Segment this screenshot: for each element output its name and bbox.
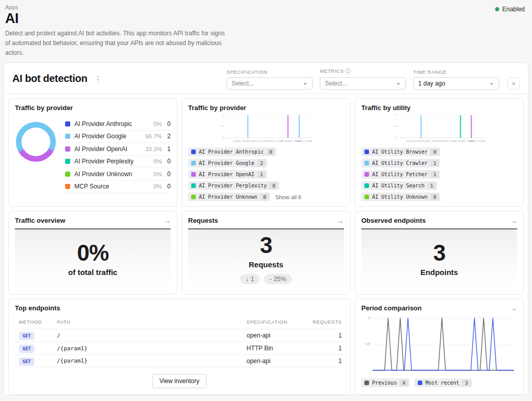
svg-text:0: 0 — [396, 136, 397, 139]
svg-text:0.5: 0.5 — [365, 342, 370, 346]
table-header: METHOD PATH SPECIFICATION REQUESTS — [15, 319, 344, 329]
card-traffic-overview: Traffic overview → 0% of total traffic — [8, 211, 177, 294]
path-cell: / — [57, 332, 247, 339]
column-requests: REQUESTS — [312, 319, 344, 325]
legend-chip-ai-provider-perplexity[interactable]: AI Provider Perplexity0 — [188, 181, 279, 190]
legend-chip-ai-provider-openai[interactable]: AI Provider OpenAI1 — [188, 170, 267, 179]
arrow-right-icon[interactable]: → — [509, 304, 517, 312]
chevron-down-icon: ⌄ — [489, 80, 494, 86]
method-cell: GET — [15, 332, 57, 339]
legend-chip-ai-provider-google[interactable]: AI Provider Google2 — [188, 159, 267, 167]
arrow-right-icon[interactable]: → — [509, 217, 517, 224]
kebab-menu-icon[interactable]: ⋮ — [92, 74, 104, 84]
legend-row[interactable]: MCP Source0%0 — [65, 181, 171, 194]
legend-chip-most-recent[interactable]: Most recent3 — [415, 378, 472, 387]
time-range-select-value: 1 day ago — [418, 80, 445, 87]
legend-row[interactable]: AI Provider OpenAI33.3%1 — [65, 143, 171, 156]
section-header: AI bot detection ⋮ SPECIFICATION Select.… — [4, 63, 528, 94]
legend-color-swatch — [65, 172, 70, 177]
legend-chip-ai-utility-search[interactable]: AI Utility Search1 — [361, 181, 437, 190]
table-row[interactable]: GET/{param1}HTTP Bin1 — [15, 342, 344, 354]
specification-cell: open-api — [247, 357, 312, 365]
chip-count: 1 — [431, 171, 439, 178]
legend-color-swatch — [65, 184, 70, 189]
status-dot-icon — [495, 7, 499, 11]
svg-text:11/19/25, 1:30 PM: 11/19/25, 1:30 PM — [296, 140, 312, 142]
legend-row[interactable]: AI Provider Google66.7%2 — [65, 131, 171, 143]
arrow-right-icon[interactable]: → — [336, 217, 344, 224]
legend-row[interactable]: AI Provider Unknown0%0 — [65, 168, 171, 181]
card-traffic-by-utility-chart: Traffic by utility 10.5011/18/25, 6:00 P… — [355, 98, 524, 207]
requests-percent-badge: - 25% — [264, 274, 292, 284]
legend-count: 0 — [166, 183, 171, 190]
endpoints-label: Endpoints — [420, 268, 458, 277]
card-period-comparison: Period comparison → 10.5 Previous4Most r… — [355, 299, 524, 395]
chip-color-swatch — [418, 381, 422, 385]
info-icon[interactable]: ⓘ — [345, 68, 351, 74]
card-title: Traffic by utility — [361, 104, 517, 112]
legend-chip-previous[interactable]: Previous4 — [361, 378, 410, 387]
legend-chip-ai-utility-fetcher[interactable]: AI Utility Fetcher1 — [361, 170, 440, 179]
legend-chip-ai-utility-browser[interactable]: AI Utility Browser0 — [361, 147, 440, 156]
time-range-select[interactable]: 1 day ago ⌄ — [413, 77, 499, 90]
donut-legend: AI Provider Anthropic0%0AI Provider Goog… — [65, 118, 171, 193]
page-title: AI — [5, 11, 526, 27]
chip-color-swatch — [364, 150, 369, 154]
specification-select-value: Select... — [232, 80, 254, 87]
chip-count: 1 — [257, 171, 265, 178]
legend-color-swatch — [65, 121, 70, 126]
svg-text:0.5: 0.5 — [394, 125, 397, 128]
legend-row[interactable]: AI Provider Anthropic0%0 — [65, 118, 171, 131]
breadcrumb[interactable]: Apps — [5, 4, 526, 10]
card-title: Observed endpoints — [361, 217, 426, 224]
legend-chip-ai-provider-anthropic[interactable]: AI Provider Anthropic0 — [188, 147, 276, 156]
close-filters-button[interactable]: × — [507, 77, 520, 90]
chip-label: AI Provider OpenAI — [199, 172, 254, 177]
legend-count: 2 — [166, 133, 171, 140]
chip-label: AI Utility Browser — [372, 149, 427, 155]
donut-chart[interactable] — [16, 122, 56, 162]
chip-color-swatch — [191, 183, 196, 188]
svg-text:11/19/25, 1:30 PM: 11/19/25, 1:30 PM — [469, 140, 485, 142]
requests-cell: 1 — [312, 332, 344, 339]
requests-cell: 1 — [312, 345, 344, 352]
filter-time-range: TIME RANGE 1 day ago ⌄ — [413, 69, 499, 90]
show-all-link[interactable]: Show all 6 — [275, 194, 301, 200]
chip-color-swatch — [364, 195, 369, 199]
legend-row[interactable]: AI Provider Perplexity0%0 — [65, 156, 171, 168]
chip-count: 0 — [270, 182, 278, 189]
view-inventory-button[interactable]: View inventory — [152, 374, 207, 388]
section-title: AI bot detection — [12, 73, 87, 85]
specification-select[interactable]: Select... ⌄ — [227, 77, 313, 90]
legend-name: MCP Source — [74, 183, 149, 190]
chip-label: AI Utility Search — [372, 183, 424, 188]
legend-count: 0 — [166, 171, 171, 178]
card-title: Traffic by provider — [15, 104, 171, 112]
chevron-down-icon: ⌄ — [303, 80, 308, 86]
legend-chip-ai-utility-unknown[interactable]: AI Utility Unknown0 — [361, 193, 440, 201]
utility-traffic-chart[interactable]: 10.5011/18/25, 6:00 PM11/18/25, 10:30 PM… — [361, 113, 517, 145]
card-top-endpoints: Top endpoints METHOD PATH SPECIFICATION … — [8, 299, 351, 395]
card-traffic-by-provider-donut: Traffic by provider AI Provider Anthropi… — [8, 98, 177, 207]
legend-percent: 0% — [153, 121, 162, 127]
svg-text:11/19/25, 3:00 AM: 11/19/25, 3:00 AM — [267, 140, 283, 142]
card-requests: Requests → 3 Requests ↓ 1 - 25% — [181, 211, 351, 294]
chip-color-swatch — [364, 381, 369, 385]
metrics-select[interactable]: Select... ⌄ — [320, 77, 406, 90]
legend-percent: 33.3% — [145, 146, 162, 152]
chip-label: AI Utility Unknown — [372, 194, 427, 200]
arrow-right-icon[interactable]: → — [163, 217, 171, 224]
method-cell: GET — [15, 357, 57, 365]
chip-color-swatch — [191, 161, 196, 165]
legend-chip-ai-provider-unknown[interactable]: AI Provider Unknown0 — [188, 193, 270, 201]
legend-chip-ai-utility-crawler[interactable]: AI Utility Crawler1 — [361, 159, 440, 167]
card-observed-endpoints: Observed endpoints → 3 Endpoints — [355, 211, 524, 294]
provider-traffic-chart[interactable]: 10.5011/18/25, 6:00 PM11/18/25, 10:30 PM… — [188, 113, 344, 145]
chip-count: 4 — [400, 379, 408, 386]
table-row[interactable]: GET/{param1}open-api1 — [15, 354, 344, 367]
period-comparison-chart[interactable]: 10.5 — [361, 313, 517, 376]
requests-label: Requests — [249, 260, 283, 269]
card-title: Requests — [188, 217, 218, 224]
method-badge: GET — [19, 345, 34, 353]
table-row[interactable]: GET/open-api1 — [15, 329, 344, 342]
